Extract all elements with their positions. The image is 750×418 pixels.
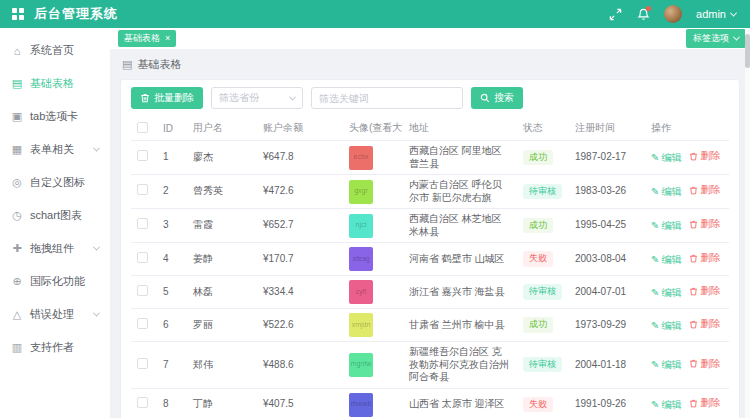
row-checkbox[interactable] [137,184,148,195]
sidebar-item-9[interactable]: ▥支持作者 [0,331,110,364]
tab-bar: 基础表格 × 标签选项 [110,28,750,49]
cell-id: 1 [157,141,187,175]
trash-icon [689,254,698,263]
scrollbar[interactable] [745,28,750,418]
avatar-thumbnail[interactable]: ecbx [349,146,373,170]
cell-balance: ¥522.6 [257,309,343,342]
trash-icon [689,220,698,229]
sidebar-item-4[interactable]: ◎自定义图标 [0,166,110,199]
sidebar-item-2[interactable]: ▣tab选项卡 [0,100,110,133]
tab-basic-table[interactable]: 基础表格 × [118,30,176,47]
trash-icon [689,152,698,161]
avatar-thumbnail[interactable]: cyfl [349,280,373,304]
row-checkbox[interactable] [137,358,148,369]
status-badge: 待审核 [523,284,562,299]
sidebar-item-1[interactable]: ▤基础表格 [0,67,110,100]
avatar-thumbnail[interactable]: njct [349,214,373,238]
cell-id: 5 [157,276,187,309]
delete-button[interactable]: 删除 [689,285,720,298]
row-checkbox[interactable] [137,218,148,229]
edit-button[interactable]: ✎ 编辑 [651,287,681,300]
tab-label: 基础表格 [124,32,160,45]
avatar-thumbnail[interactable]: gxgr [349,180,373,204]
edit-button[interactable]: ✎ 编辑 [651,152,681,165]
avatar-thumbnail[interactable]: afeag [349,247,373,271]
sidebar-item-5[interactable]: ◷schart图表 [0,199,110,232]
edit-label: 编辑 [661,220,681,233]
row-checkbox[interactable] [137,285,148,296]
row-checkbox[interactable] [137,397,148,408]
breadcrumb: ▤ 基础表格 [122,57,740,72]
edit-button[interactable]: ✎ 编辑 [651,320,681,333]
delete-button[interactable]: 删除 [689,358,720,371]
table-row: 4姜静¥170.7afeag河南省 鹤壁市 山城区失败2003-08-04✎ 编… [131,243,729,276]
cell-address: 新疆维吾尔自治区 克孜勒苏柯尔克孜自治州 阿合奇县 [403,342,517,389]
cell-id: 3 [157,209,187,243]
user-avatar[interactable] [664,5,682,23]
app-logo-icon [12,8,24,20]
user-menu[interactable]: admin [696,8,736,20]
delete-label: 删除 [700,285,720,298]
sidebar-item-6[interactable]: ✚拖拽组件 [0,232,110,265]
edit-button[interactable]: ✎ 编辑 [651,399,681,412]
cell-balance: ¥334.4 [257,276,343,309]
scrollbar-thumb[interactable] [745,34,750,68]
status-badge: 待审核 [523,357,562,372]
cell-address: 山西省 太原市 迎泽区 [403,388,517,418]
search-label: 搜索 [494,91,514,105]
avatar-thumbnail[interactable]: rfvewb [349,393,373,417]
cell-date: 1995-04-25 [569,209,645,243]
sidebar-item-7[interactable]: ⊕国际化功能 [0,265,110,298]
edit-button[interactable]: ✎ 编辑 [651,254,681,267]
cell-id: 7 [157,342,187,389]
cell-date: 2003-08-04 [569,243,645,276]
sidebar-item-0[interactable]: ⌂系统首页 [0,34,110,67]
sidebar-item-3[interactable]: ▦表单相关 [0,133,110,166]
app-title: 后台管理系统 [34,5,118,23]
drag-icon: ✚ [11,242,23,255]
tag-options-button[interactable]: 标签选项 [686,29,746,48]
breadcrumb-label: 基础表格 [137,57,181,72]
avatar-thumbnail[interactable]: mgnfw [349,353,373,377]
delete-button[interactable]: 删除 [689,218,720,231]
chevron-down-icon [289,93,296,100]
edit-button[interactable]: ✎ 编辑 [651,220,681,233]
fullscreen-icon[interactable] [608,7,622,21]
notification-bell-icon[interactable] [636,7,650,21]
tag-options-label: 标签选项 [693,32,729,45]
batch-delete-button[interactable]: 批量删除 [131,87,203,109]
sidebar-item-8[interactable]: △错误处理 [0,298,110,331]
close-icon[interactable]: × [165,34,170,43]
trash-icon [140,93,150,103]
row-checkbox[interactable] [137,252,148,263]
data-table: ID用户名账户余额头像(查看大图)地址状态注册时间操作 1廖杰¥647.8ecb… [131,116,729,418]
sidebar-item-label: 系统首页 [30,43,74,58]
cell-date: 1973-09-29 [569,309,645,342]
avatar-thumbnail[interactable]: xmjdn [349,313,373,337]
sidebar-item-label: 拖拽组件 [30,241,74,256]
delete-button[interactable]: 删除 [689,252,720,265]
trash-icon [689,359,698,368]
province-filter-select[interactable]: 筛选省份 [211,87,303,109]
delete-button[interactable]: 删除 [689,318,720,331]
sidebar-item-label: 基础表格 [30,76,74,91]
delete-button[interactable]: 删除 [689,184,720,197]
column-header: 操作 [645,116,729,141]
cell-balance: ¥647.8 [257,141,343,175]
delete-button[interactable]: 删除 [689,150,720,163]
keyword-filter-input[interactable] [311,87,463,109]
select-all-checkbox[interactable] [137,122,148,133]
row-checkbox[interactable] [137,150,148,161]
cell-balance: ¥652.7 [257,209,343,243]
trash-icon [689,186,698,195]
tab-icon: ▣ [11,110,23,123]
status-badge: 失败 [523,397,553,412]
cell-date: 1987-02-17 [569,141,645,175]
cell-username: 雷霞 [187,209,257,243]
search-button[interactable]: 搜索 [471,87,523,109]
delete-button[interactable]: 删除 [689,397,720,410]
edit-button[interactable]: ✎ 编辑 [651,359,681,372]
cell-id: 4 [157,243,187,276]
row-checkbox[interactable] [137,318,148,329]
edit-button[interactable]: ✎ 编辑 [651,186,681,199]
